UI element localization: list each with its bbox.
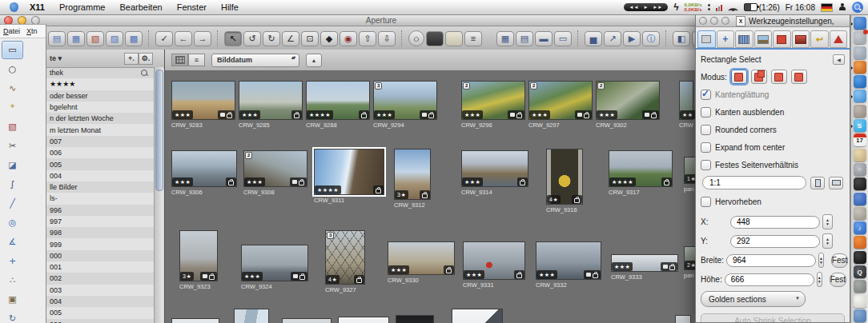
- adjustments-hud-button[interactable]: [445, 31, 463, 46]
- warning-tab[interactable]: [830, 30, 848, 48]
- thumbnail-image[interactable]: 34★: [325, 230, 365, 285]
- color-picker-tool[interactable]: ╱: [2, 194, 23, 213]
- photo-thumbnail[interactable]: ★★★CRW_9333: [611, 254, 678, 281]
- field-input-y[interactable]: [730, 235, 820, 248]
- thumbnail-image[interactable]: [234, 309, 269, 323]
- utility-grey-icon[interactable]: [854, 280, 866, 293]
- red-image-tab[interactable]: [792, 30, 810, 48]
- paths-tool[interactable]: ∫: [2, 175, 23, 193]
- menu-item-programme[interactable]: Programme: [52, 2, 112, 12]
- option-3[interactable]: Expand from center: [701, 142, 845, 153]
- thumbnail-image[interactable]: ★★★: [463, 241, 525, 280]
- option-0-checkbox[interactable]: [701, 90, 711, 100]
- selection-tool-button[interactable]: ↖: [224, 31, 242, 46]
- firefox-icon[interactable]: [854, 61, 866, 74]
- red-eye-button[interactable]: ◉: [340, 31, 357, 46]
- new-smart-album-button[interactable]: ▧: [86, 31, 104, 46]
- toolbox-menu-xtn[interactable]: Xtn: [26, 27, 38, 35]
- thumbnail-image[interactable]: [675, 315, 691, 323]
- fuzzy-select-tool[interactable]: *: [2, 98, 23, 117]
- undo-tab[interactable]: ↩: [810, 30, 829, 48]
- stack-count-badge[interactable]: 2: [463, 82, 470, 90]
- photo-thumbnail[interactable]: ★★★CRW_9283: [171, 81, 235, 129]
- photo-thumbnail[interactable]: [675, 315, 691, 323]
- stack-count-badge[interactable]: 3: [375, 82, 382, 90]
- photo-thumbnail[interactable]: 4★CRW_9316: [546, 149, 583, 213]
- clock[interactable]: Fr 16:08: [786, 3, 815, 12]
- thumbnail-image[interactable]: ★★★: [388, 241, 455, 275]
- music-black-icon[interactable]: [854, 177, 866, 190]
- sort-direction-button[interactable]: ▲: [306, 54, 322, 67]
- panel-left-button[interactable]: ◧: [673, 31, 690, 46]
- photo-thumbnail[interactable]: 2★★★CRW_9296: [461, 81, 525, 129]
- thumbnail-image[interactable]: 3★★★: [373, 81, 437, 120]
- crop-tool[interactable]: ▣: [2, 290, 23, 309]
- photo-grey-icon[interactable]: [854, 105, 866, 118]
- thumbnail-image[interactable]: [171, 318, 219, 323]
- sync-icon[interactable]: ○: [854, 163, 866, 176]
- thumbnail-image[interactable]: ★★: [679, 81, 693, 120]
- split-view-button[interactable]: ▤: [516, 31, 533, 46]
- play-icon[interactable]: ►: [643, 5, 648, 10]
- field-input-breite[interactable]: [726, 254, 816, 267]
- rect-select-tab[interactable]: [697, 30, 716, 48]
- menu-extra-dots-icon[interactable]: [708, 4, 710, 10]
- menu-app-name[interactable]: X11: [28, 2, 52, 12]
- new-web-gallery-button[interactable]: ▩: [125, 31, 143, 46]
- info-button[interactable]: ⓘ: [642, 31, 660, 46]
- mode-subtract-button[interactable]: [771, 70, 787, 84]
- option-1[interactable]: Kanten ausblenden: [701, 107, 845, 118]
- thumbnail-image[interactable]: ★★★: [239, 81, 303, 120]
- export-button[interactable]: ↗: [604, 31, 621, 46]
- portrait-orientation-button[interactable]: [810, 177, 825, 189]
- mode-add-button[interactable]: [751, 70, 767, 84]
- new-project-button[interactable]: ▤: [48, 31, 66, 46]
- spot-patch-button[interactable]: ◆: [320, 31, 338, 46]
- photo-thumbnail[interactable]: 2★★★CRW_9302: [596, 81, 660, 129]
- ichat-icon[interactable]: [854, 90, 866, 102]
- toolbox-menu-datei[interactable]: Datei: [3, 27, 20, 35]
- rewind-icon[interactable]: ◄◄: [629, 5, 639, 10]
- fest-button[interactable]: Fest: [830, 273, 846, 287]
- option-1-checkbox[interactable]: [701, 107, 711, 118]
- quicktime-icon[interactable]: Q: [854, 265, 866, 278]
- media-controls[interactable]: ◄◄►►►: [624, 3, 669, 11]
- photo-thumbnail[interactable]: ★★CRW: [679, 81, 693, 129]
- straighten-tool-button[interactable]: ∠: [282, 31, 299, 46]
- histogram-tab[interactable]: [735, 30, 753, 48]
- photo-thumbnail[interactable]: 2★★★CRW_9308: [243, 150, 307, 196]
- ical-icon[interactable]: 17: [854, 134, 866, 146]
- new-light-table-button[interactable]: ▨: [106, 31, 123, 46]
- thumbnail-image[interactable]: 4★: [546, 149, 583, 205]
- lift-tool-button[interactable]: ⇧: [359, 31, 376, 46]
- finder-icon[interactable]: [854, 17, 866, 30]
- photo-thumbnail[interactable]: ★★★CRW_9332: [536, 241, 601, 289]
- skype-icon[interactable]: S: [854, 119, 866, 132]
- photo-thumbnail[interactable]: ★★★CRW_9331: [463, 241, 525, 289]
- adjustments-button[interactable]: [426, 31, 444, 46]
- gear-button[interactable]: ⚙.: [139, 53, 153, 65]
- landscape-orientation-button[interactable]: [829, 177, 843, 189]
- photo-thumbnail[interactable]: ★★★CRW_9314: [461, 150, 528, 196]
- add-item-button[interactable]: +.: [124, 53, 139, 65]
- thumbnail-image[interactable]: ★★★: [241, 245, 308, 281]
- option-2-checkbox[interactable]: [701, 125, 711, 135]
- spotlight-icon[interactable]: [852, 2, 863, 13]
- photo-thumbnail[interactable]: 34★CRW_9327: [325, 230, 365, 293]
- field-input-x[interactable]: [730, 216, 820, 229]
- thumbnail-image[interactable]: [452, 309, 503, 323]
- fullscreen-button[interactable]: ▭: [554, 31, 572, 46]
- collapse-arrow-button[interactable]: ◀: [833, 54, 845, 65]
- viewer-button[interactable]: ▬: [535, 31, 553, 46]
- itunes-icon[interactable]: ♪: [854, 221, 866, 234]
- image-tab[interactable]: [754, 30, 773, 48]
- list-view-toggle[interactable]: ≡: [188, 54, 205, 66]
- minimize-button[interactable]: [710, 17, 718, 25]
- rotate-right-button[interactable]: ↻: [263, 31, 280, 46]
- thumbnail-image[interactable]: 2★★★: [528, 81, 593, 120]
- thumbnail-image[interactable]: ★★★: [171, 81, 235, 120]
- thumbnail-image[interactable]: 3★: [179, 230, 218, 281]
- scrollbar-thumb[interactable]: [155, 70, 163, 191]
- grab-icon[interactable]: [854, 31, 866, 44]
- thunderbird-icon[interactable]: [854, 75, 866, 88]
